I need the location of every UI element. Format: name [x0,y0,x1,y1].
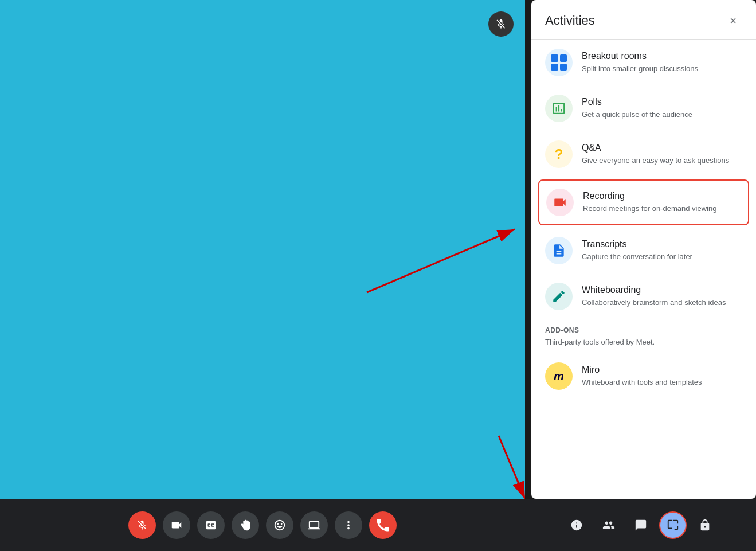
info-button[interactable] [563,511,590,539]
captions-button[interactable] [197,511,225,539]
whiteboarding-name: Whiteboarding [582,285,742,295]
miro-desc: Whiteboard with tools and templates [582,377,742,388]
activity-item-whiteboarding[interactable]: Whiteboarding Collaboratively brainstorm… [531,273,756,319]
recording-icon [546,189,574,216]
whiteboarding-desc: Collaboratively brainstorm and sketch id… [582,298,742,308]
whiteboarding-icon [545,283,573,310]
breakout-rooms-desc: Split into smaller group discussions [582,64,742,74]
qa-info: Q&A Give everyone an easy way to ask que… [582,143,742,166]
recording-name: Recording [583,191,741,201]
activity-item-breakout[interactable]: Breakout rooms Split into smaller group … [531,40,756,85]
svg-line-2 [499,436,525,499]
polls-desc: Get a quick pulse of the audience [582,110,742,120]
breakout-rooms-name: Breakout rooms [582,51,742,61]
panel-content: Breakout rooms Split into smaller group … [531,40,756,498]
recording-info: Recording Record meetings for on-demand … [583,191,741,214]
activity-item-polls[interactable]: Polls Get a quick pulse of the audience [531,85,756,131]
activity-item-recording[interactable]: Recording Record meetings for on-demand … [538,179,749,225]
video-area [0,0,525,499]
activities-panel: Activities × Breakout rooms Split into s… [531,0,756,499]
transcripts-info: Transcripts Capture the conversation for… [582,239,742,262]
end-call-button[interactable] [369,511,397,539]
mute-button[interactable] [128,511,156,539]
camera-button[interactable] [163,511,190,539]
addons-section-label: ADD-ONS [531,319,756,337]
transcripts-name: Transcripts [582,239,742,249]
panel-title: Activities [545,13,595,28]
polls-icon [545,95,573,122]
bottom-toolbar [0,499,525,551]
close-button[interactable]: × [724,11,742,30]
mute-overlay-indicator [488,11,514,37]
bottom-right-icons [525,499,756,551]
more-options-button[interactable] [335,511,362,539]
miro-icon: m [545,362,573,390]
activity-item-miro[interactable]: m Miro Whiteboard with tools and templat… [531,353,756,399]
chat-button[interactable] [627,511,655,539]
polls-info: Polls Get a quick pulse of the audience [582,97,742,120]
activities-button[interactable] [659,511,687,539]
activity-item-transcripts[interactable]: Transcripts Capture the conversation for… [531,228,756,273]
panel-header: Activities × [531,0,756,40]
lock-button[interactable] [691,511,719,539]
polls-name: Polls [582,97,742,107]
addons-section-desc: Third-party tools offered by Meet. [531,337,756,353]
raise-hand-button[interactable] [232,511,259,539]
breakout-rooms-info: Breakout rooms Split into smaller group … [582,51,742,74]
present-button[interactable] [300,511,328,539]
whiteboarding-info: Whiteboarding Collaboratively brainstorm… [582,285,742,308]
transcripts-desc: Capture the conversation for later [582,252,742,262]
arrow-annotation [0,0,525,499]
qa-desc: Give everyone an easy way to ask questio… [582,155,742,166]
emoji-button[interactable] [266,511,293,539]
miro-info: Miro Whiteboard with tools and templates [582,365,742,388]
qa-icon: ? [545,140,573,168]
svg-line-1 [367,229,515,292]
qa-name: Q&A [582,143,742,153]
people-button[interactable] [595,511,622,539]
recording-desc: Record meetings for on-demand viewing [583,204,741,214]
miro-name: Miro [582,365,742,375]
transcripts-icon [545,237,573,264]
activity-item-qa[interactable]: ? Q&A Give everyone an easy way to ask q… [531,131,756,177]
breakout-rooms-icon [545,49,573,76]
